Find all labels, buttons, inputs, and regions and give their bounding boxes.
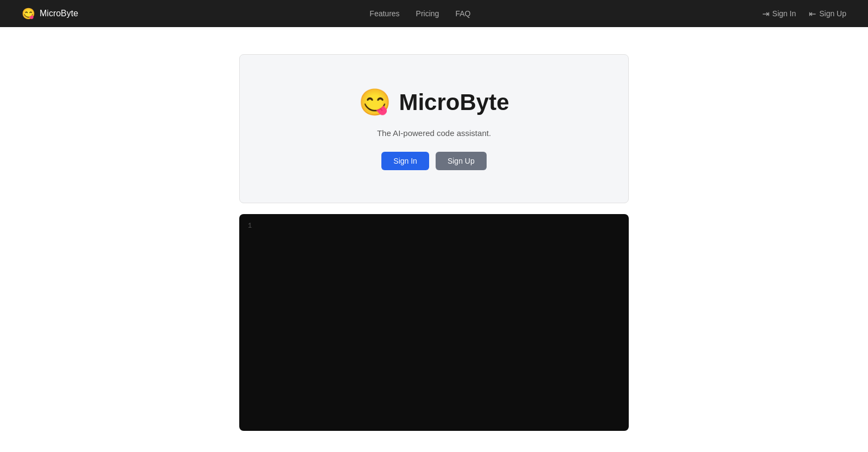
nav-link-features[interactable]: Features: [369, 9, 399, 18]
nav-signup-label: Sign Up: [819, 9, 846, 18]
nav-signup-link[interactable]: ⇤ Sign Up: [809, 9, 846, 19]
nav-link-pricing[interactable]: Pricing: [416, 9, 439, 18]
brand-emoji: 😋: [22, 7, 35, 20]
code-editor[interactable]: 1: [239, 214, 629, 431]
navbar: 😋 MicroByte Features Pricing FAQ ⇥ Sign …: [0, 0, 868, 27]
main-content: 😋 MicroByte The AI-powered code assistan…: [0, 27, 868, 452]
hero-emoji: 😋: [359, 87, 391, 118]
signin-icon: ⇥: [762, 9, 769, 19]
hero-title: 😋 MicroByte: [359, 87, 509, 118]
hero-signin-button[interactable]: Sign In: [381, 152, 429, 170]
brand-name: MicroByte: [40, 9, 78, 18]
nav-right: ⇥ Sign In ⇤ Sign Up: [762, 9, 846, 19]
nav-link-faq[interactable]: FAQ: [455, 9, 470, 18]
signup-icon: ⇤: [809, 9, 816, 19]
line-number-1: 1: [239, 221, 629, 231]
nav-center: Features Pricing FAQ: [369, 9, 470, 18]
hero-buttons: Sign In Sign Up: [381, 152, 486, 170]
brand-logo[interactable]: 😋 MicroByte: [22, 7, 78, 20]
nav-signin-label: Sign In: [773, 9, 796, 18]
hero-app-name: MicroByte: [399, 89, 509, 115]
nav-signin-link[interactable]: ⇥ Sign In: [762, 9, 796, 19]
hero-signup-button[interactable]: Sign Up: [436, 152, 487, 170]
hero-card: 😋 MicroByte The AI-powered code assistan…: [239, 54, 629, 203]
hero-subtitle: The AI-powered code assistant.: [377, 128, 491, 138]
